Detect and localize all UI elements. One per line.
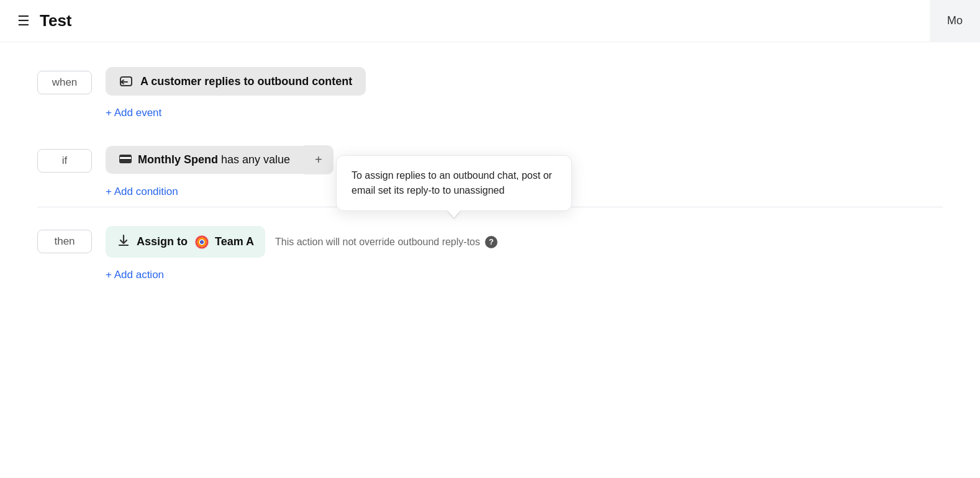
then-section: then Assign to bbox=[37, 226, 943, 284]
menu-icon[interactable]: ☰ bbox=[17, 13, 30, 29]
team-badge: Team A bbox=[194, 234, 254, 250]
svg-point-10 bbox=[201, 241, 202, 242]
condition-pill[interactable]: Monthly Spend has any value bbox=[106, 146, 304, 174]
if-label: if bbox=[37, 149, 92, 173]
assign-to-label: Assign to bbox=[137, 235, 188, 248]
team-icon bbox=[194, 234, 210, 250]
action-note: This action will not override outbound r… bbox=[275, 236, 497, 248]
condition-text: Monthly Spend has any value bbox=[138, 153, 290, 166]
event-pill[interactable]: A customer replies to outbound content bbox=[106, 67, 366, 96]
condition-plus-button[interactable]: + bbox=[304, 145, 333, 174]
then-content: Assign to Team A This bbox=[106, 226, 497, 284]
tooltip-text: To assign replies to an outbound chat, p… bbox=[352, 170, 552, 196]
action-note-text: This action will not override outbound r… bbox=[275, 237, 480, 248]
add-condition-link[interactable]: + Add condition bbox=[106, 183, 333, 201]
page-title: Test bbox=[40, 11, 72, 30]
help-icon[interactable]: ? bbox=[485, 236, 497, 248]
add-event-link[interactable]: + Add event bbox=[106, 104, 366, 122]
header: ☰ Test Mo bbox=[0, 0, 980, 42]
tooltip-wrapper: ? To assign replies to an outbound chat,… bbox=[485, 236, 497, 248]
main-content: when A customer replies to outbound cont… bbox=[0, 42, 980, 332]
more-button[interactable]: Mo bbox=[930, 0, 980, 42]
event-text: A customer replies to outbound content bbox=[140, 75, 352, 88]
when-label: when bbox=[37, 71, 92, 94]
condition-rest: has any value bbox=[218, 153, 290, 166]
condition-bold: Monthly Spend bbox=[138, 153, 218, 166]
then-label: then bbox=[37, 230, 92, 253]
credit-card-icon bbox=[119, 153, 132, 166]
when-content: A customer replies to outbound content +… bbox=[106, 67, 366, 122]
if-content: Monthly Spend has any value + + Add cond… bbox=[106, 145, 333, 201]
assign-icon bbox=[117, 233, 130, 250]
action-row: Assign to Team A This bbox=[106, 226, 497, 258]
action-pill[interactable]: Assign to Team A bbox=[106, 226, 265, 258]
team-name: Team A bbox=[215, 235, 254, 248]
reply-icon bbox=[119, 74, 133, 88]
svg-rect-3 bbox=[120, 157, 131, 159]
tooltip-box: To assign replies to an outbound chat, p… bbox=[336, 155, 572, 211]
condition-row: Monthly Spend has any value + bbox=[106, 145, 333, 174]
add-action-link[interactable]: + Add action bbox=[106, 266, 497, 284]
when-section: when A customer replies to outbound cont… bbox=[37, 67, 943, 122]
